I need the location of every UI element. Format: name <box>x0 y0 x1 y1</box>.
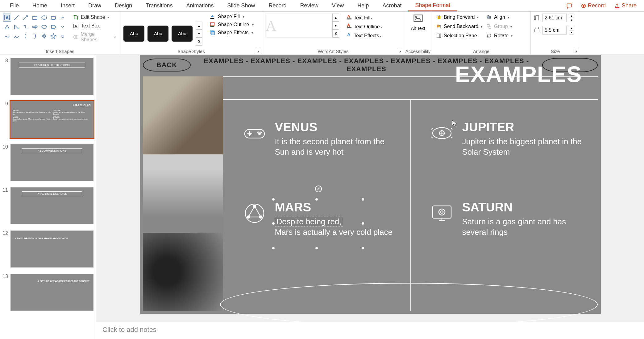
width-input[interactable] <box>542 26 567 35</box>
selection-pane-button[interactable]: Selection Pane <box>435 32 483 39</box>
text-effects-button[interactable]: A Text Effects▾ <box>346 31 382 39</box>
tab-help[interactable]: Help <box>351 0 376 11</box>
mars-desc-selected-text[interactable]: Despite being red, <box>275 217 343 227</box>
shape-curve-icon[interactable] <box>12 32 20 40</box>
slide-canvas[interactable]: BACK EXAMPLES - EXAMPLES - EXAMPLES - EX… <box>140 55 601 314</box>
tab-draw[interactable]: Draw <box>81 0 108 11</box>
height-down[interactable]: ▾ <box>569 18 574 22</box>
wordart-gallery-down[interactable]: ▾ <box>332 22 339 30</box>
style-swatch-1[interactable]: Abc <box>123 26 144 42</box>
shape-styles-launcher[interactable]: ◢ <box>256 49 260 53</box>
style-gallery-up[interactable]: ▴ <box>196 22 202 30</box>
style-swatch-2[interactable]: Abc <box>147 26 168 42</box>
width-up[interactable]: ▴ <box>569 26 574 30</box>
shape-line-icon[interactable] <box>12 14 20 22</box>
shape-star4-icon[interactable] <box>40 32 48 40</box>
shape-star5-icon[interactable] <box>49 32 57 40</box>
gallery-more-icon[interactable] <box>59 32 67 40</box>
tab-record[interactable]: Record <box>262 0 293 11</box>
alt-text-button[interactable]: Alt Text <box>410 14 426 53</box>
venus-desc[interactable]: It is the second planet from the Sun and… <box>275 137 396 157</box>
wordart-gallery-up[interactable]: ▴ <box>332 14 339 22</box>
saturn-title[interactable]: SATURN <box>462 200 583 214</box>
shape-hex-icon[interactable] <box>40 23 48 31</box>
comments-button[interactable] <box>562 3 577 9</box>
tab-shape-format[interactable]: Shape Format <box>408 0 457 11</box>
tab-view[interactable]: View <box>325 0 351 11</box>
wordart-gallery[interactable]: A ▴ ▾ ⊻ <box>265 14 339 38</box>
gallery-up-icon[interactable] <box>59 14 67 22</box>
shape-arrow-icon[interactable] <box>31 23 39 31</box>
shape-rtriangle-icon[interactable] <box>12 23 20 31</box>
mars-title[interactable]: MARS <box>275 200 396 214</box>
shape-outline-button[interactable]: Shape Outline▾ <box>209 22 254 28</box>
style-gallery-more[interactable]: ⊻ <box>196 38 202 46</box>
image-placeholder-1[interactable] <box>143 76 223 154</box>
tab-review[interactable]: Review <box>293 0 325 11</box>
shape-freeform-icon[interactable] <box>3 32 11 40</box>
tab-design[interactable]: Design <box>108 0 139 11</box>
rotate-button[interactable]: Rotate▾ <box>485 32 513 39</box>
mars-desc[interactable]: Despite being red, Mars is actually a ve… <box>275 217 396 238</box>
selection-handle[interactable] <box>272 222 275 225</box>
slide-title[interactable]: EXAMPLES <box>455 62 582 87</box>
width-down[interactable]: ▾ <box>569 30 574 35</box>
text-outline-button[interactable]: A Text Outline▾ <box>346 22 382 30</box>
style-gallery-down[interactable]: ▾ <box>196 30 202 38</box>
thumbnail-9[interactable]: 9 EXAMPLESVENUSIt is the second planet f… <box>0 98 96 141</box>
shape-pentagon-icon[interactable] <box>49 23 57 31</box>
thumbnail-10[interactable]: 10 RECOMMENDATIONS <box>0 141 96 184</box>
align-button[interactable]: Align▾ <box>485 14 513 21</box>
jupiter-desc[interactable]: Jupiter is the biggest planet in the Sol… <box>462 137 583 157</box>
shape-style-gallery[interactable]: Abc Abc Abc ▴ ▾ ⊻ <box>123 14 202 53</box>
bring-forward-button[interactable]: Bring Forward▾ <box>435 14 483 21</box>
jupiter-title[interactable]: JUPITER <box>462 120 583 134</box>
selection-handle[interactable] <box>315 247 318 250</box>
shape-arrow-line-icon[interactable] <box>22 14 30 22</box>
size-launcher[interactable]: ◢ <box>574 49 578 53</box>
send-backward-button[interactable]: Send Backward▾ <box>435 23 483 30</box>
image-placeholder-2[interactable] <box>143 154 223 232</box>
notes-pane[interactable]: Click to add notes <box>96 322 644 339</box>
wordart-launcher[interactable]: ◢ <box>398 49 402 53</box>
selection-handle[interactable] <box>361 198 364 201</box>
shape-rect-icon[interactable] <box>31 14 39 22</box>
height-input[interactable] <box>542 14 567 22</box>
venus-title[interactable]: VENUS <box>275 120 396 134</box>
group-button[interactable]: Group▾ <box>485 23 513 30</box>
thumbnail-12[interactable]: 12 A PICTURE IS WORTH A THOUSAND WORDS <box>0 227 96 271</box>
text-fill-button[interactable]: A Text Fill▾ <box>346 14 382 21</box>
shape-gallery[interactable]: A <box>3 14 67 53</box>
thumbnail-11[interactable]: 11 PRACTICAL EXERCISE <box>0 184 96 227</box>
tab-animations[interactable]: Animations <box>179 0 220 11</box>
shape-brace2-icon[interactable] <box>31 32 39 40</box>
shape-oval-icon[interactable] <box>40 14 48 22</box>
shape-textbox-icon[interactable]: A <box>3 14 11 22</box>
selection-handle[interactable] <box>315 198 318 201</box>
tab-transitions[interactable]: Transitions <box>139 0 179 11</box>
selection-handle[interactable] <box>361 222 364 225</box>
saturn-desc[interactable]: Saturn is a gas giant and has several ri… <box>462 217 583 238</box>
selection-handle[interactable] <box>361 247 364 250</box>
tab-acrobat[interactable]: Acrobat <box>376 0 408 11</box>
tab-insert[interactable]: Insert <box>54 0 81 11</box>
gallery-down-icon[interactable] <box>59 23 67 31</box>
selection-handle[interactable] <box>272 247 275 250</box>
share-button[interactable]: Share <box>610 2 641 9</box>
text-box-button[interactable]: A Text Box <box>72 22 117 30</box>
shape-brace-icon[interactable] <box>22 32 30 40</box>
thumbnail-8[interactable]: 8 FEATURES OF THIS TOPIC <box>0 55 96 98</box>
record-button[interactable]: Record <box>577 2 610 9</box>
selection-handle[interactable] <box>272 198 275 201</box>
thumbnail-13[interactable]: 13 A PICTURE ALWAYS REINFORCES THE CONCE… <box>0 271 96 314</box>
shape-fill-button[interactable]: Shape Fill▾ <box>209 14 254 20</box>
shape-triangle-icon[interactable] <box>3 23 11 31</box>
style-swatch-3[interactable]: Abc <box>172 26 193 42</box>
shape-roundrect-icon[interactable] <box>49 14 57 22</box>
tab-file[interactable]: File <box>3 0 26 11</box>
tab-slideshow[interactable]: Slide Show <box>221 0 262 11</box>
height-up[interactable]: ▴ <box>569 14 574 18</box>
image-placeholder-3[interactable] <box>143 233 223 311</box>
wordart-gallery-more[interactable]: ⊻ <box>332 30 339 38</box>
shape-effects-button[interactable]: Shape Effects▾ <box>209 30 254 36</box>
